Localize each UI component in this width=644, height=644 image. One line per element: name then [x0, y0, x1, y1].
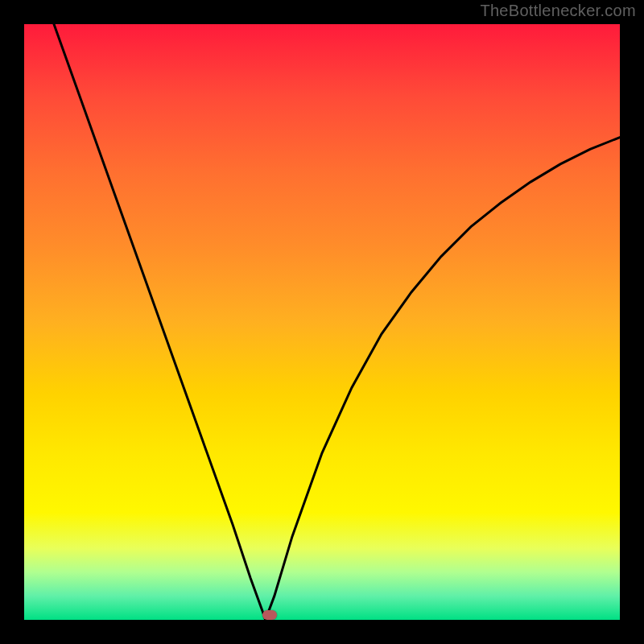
plot-area — [24, 24, 620, 620]
chart-frame: TheBottlenecker.com — [0, 0, 644, 644]
watermark-text: TheBottlenecker.com — [480, 2, 636, 20]
optimal-point-marker — [262, 610, 277, 620]
curve-left-branch — [54, 24, 266, 620]
bottleneck-curve — [24, 24, 620, 620]
curve-right-branch — [266, 138, 620, 620]
